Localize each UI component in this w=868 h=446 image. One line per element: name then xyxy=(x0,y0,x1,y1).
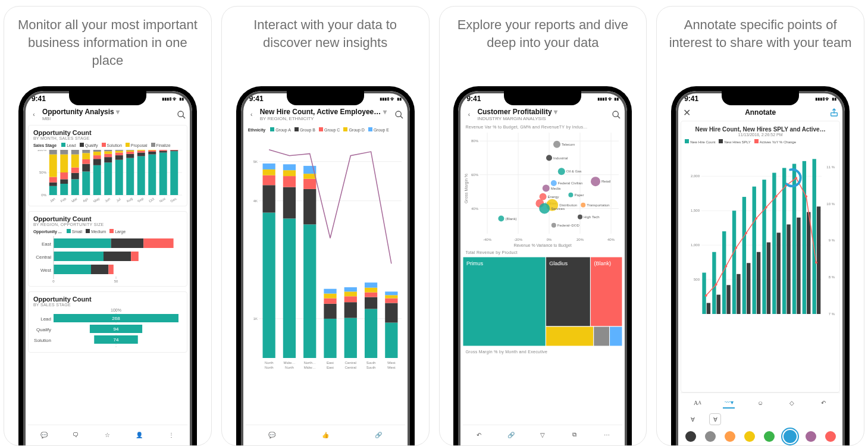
svg-rect-30 xyxy=(82,150,90,153)
svg-text:Oct: Oct xyxy=(148,197,155,202)
tile-subtitle: BY SALES STAGE xyxy=(33,303,182,307)
text-tool-icon[interactable]: AA xyxy=(692,397,704,409)
svg-rect-217 xyxy=(546,257,591,326)
link-icon[interactable]: 🔗 xyxy=(505,429,517,441)
more-icon[interactable]: ⋯ xyxy=(601,429,613,441)
svg-point-263 xyxy=(715,284,717,286)
close-icon[interactable]: ✕ xyxy=(682,108,691,117)
more-icon[interactable]: ⋮ xyxy=(165,429,177,441)
svg-text:Primus: Primus xyxy=(466,260,484,266)
back-icon[interactable]: ‹ xyxy=(464,110,474,120)
report-subtitle: BY REGION, ETHNICITY xyxy=(260,116,391,121)
chart-hire-by-region[interactable]: 1K4K5KNorthNorthMidw…NorthNorth…Midw…Eas… xyxy=(246,134,405,372)
search-icon[interactable] xyxy=(612,110,621,120)
share-icon[interactable] xyxy=(829,108,839,117)
color-swatch[interactable] xyxy=(725,431,735,442)
color-swatch[interactable] xyxy=(744,431,755,442)
comment-icon[interactable]: 💬 xyxy=(266,429,278,441)
promo-card-2: Interact with your data to discover new … xyxy=(221,6,430,446)
svg-text:Solution: Solution xyxy=(34,338,51,343)
svg-point-205 xyxy=(540,203,550,214)
svg-text:(Blank): (Blank) xyxy=(506,217,517,221)
color-swatch[interactable] xyxy=(806,431,816,442)
svg-text:4K: 4K xyxy=(253,199,257,203)
svg-text:20%: 20% xyxy=(576,238,584,241)
svg-rect-12 xyxy=(49,150,57,155)
color-swatch[interactable] xyxy=(825,431,836,442)
svg-rect-50 xyxy=(126,158,134,195)
svg-text:Energy: Energy xyxy=(548,195,559,199)
svg-rect-87 xyxy=(131,252,139,261)
svg-rect-40 xyxy=(104,154,112,157)
comment-icon[interactable]: 💬 xyxy=(38,429,50,441)
svg-rect-158 xyxy=(385,323,397,358)
color-swatch[interactable] xyxy=(784,430,797,443)
chart-treemap[interactable]: PrimusGladius(Blank) xyxy=(463,257,622,346)
svg-rect-252 xyxy=(772,173,776,314)
share-person-icon[interactable]: 👤 xyxy=(133,429,145,441)
promo-card-3: Explore your reports and dive deep into … xyxy=(439,6,647,446)
color-swatch[interactable] xyxy=(764,431,775,442)
link-icon[interactable]: 🔗 xyxy=(372,429,384,441)
filter-icon[interactable]: ▽ xyxy=(537,429,549,441)
svg-text:100%: 100% xyxy=(37,150,47,152)
eraser-tool-icon[interactable]: ◇ xyxy=(786,397,798,409)
svg-rect-70 xyxy=(159,150,167,151)
headline-2: Interact with your data to discover new … xyxy=(229,16,422,76)
phone-3: 9:41 ▮▮▮▯ ᯤ ▮▮ ‹ Customer Profitability … xyxy=(453,86,632,445)
chart-c[interactable]: 100%Lead268Qualify94Solution74 xyxy=(33,307,182,348)
legend-item: Group A xyxy=(270,127,291,132)
chart-scatter[interactable]: 80%60%40%-40%-20%0%20%40%Revenue % Varia… xyxy=(463,129,622,248)
report-title[interactable]: New Hire Count, Active Employee… xyxy=(260,108,381,116)
color-swatch[interactable] xyxy=(705,431,716,442)
chart-annotate[interactable]: 2,0001,5001,00050011 %10 %9 %8 %7 % xyxy=(685,146,836,319)
svg-text:High Tech: High Tech xyxy=(584,215,600,219)
back-icon[interactable]: ‹ xyxy=(29,110,39,120)
svg-text:1,000: 1,000 xyxy=(691,243,700,247)
emoji-tool-icon[interactable]: ☺ xyxy=(754,397,766,409)
insights-icon[interactable]: 👍 xyxy=(319,429,331,441)
report-subtitle: MBI xyxy=(42,116,173,121)
svg-rect-76 xyxy=(170,150,178,150)
chart-b[interactable]: EastCentralWest050 xyxy=(33,236,182,282)
tile-opportunity-by-stage[interactable]: Opportunity Count BY SALES STAGE 100%Lea… xyxy=(28,291,187,353)
search-icon[interactable] xyxy=(394,110,404,120)
svg-text:9 %: 9 % xyxy=(829,238,835,242)
legend-4: New Hire CountNew Hires SPLYActives YoY … xyxy=(685,139,836,144)
svg-text:Lead: Lead xyxy=(40,316,51,322)
svg-text:Revenue % Variance to Budget: Revenue % Variance to Budget xyxy=(514,243,572,248)
favorite-icon[interactable]: ☆ xyxy=(102,429,114,441)
legend-item: Medium xyxy=(86,229,106,234)
undo-icon[interactable]: ↶ xyxy=(473,429,485,441)
svg-line-166 xyxy=(618,116,620,118)
svg-rect-215 xyxy=(463,257,546,346)
legend-b: Opportunity ...SmallMediumLarge xyxy=(33,229,182,234)
svg-rect-118 xyxy=(262,175,275,186)
svg-rect-222 xyxy=(594,326,610,346)
report-title[interactable]: Opportunity Analysis xyxy=(42,108,114,116)
report-title[interactable]: Customer Profitability xyxy=(477,108,551,116)
color-swatch[interactable] xyxy=(685,431,696,442)
search-icon[interactable] xyxy=(177,110,186,120)
chat-icon[interactable]: 🗨 xyxy=(70,429,82,441)
svg-rect-239 xyxy=(707,303,710,314)
svg-rect-258 xyxy=(803,161,806,314)
svg-text:2,000: 2,000 xyxy=(691,174,700,178)
svg-rect-91 xyxy=(108,265,113,274)
stamp1-icon[interactable]: ∀ xyxy=(687,413,698,425)
pen-tool-icon[interactable]: 〰︎▾ xyxy=(723,397,735,409)
svg-rect-141 xyxy=(324,289,336,294)
svg-rect-119 xyxy=(262,169,275,175)
promo-card-4: Annotate specific points of interest to … xyxy=(656,6,864,446)
tile-opportunity-by-region[interactable]: Opportunity Count BY REGION, OPPORTUNITY… xyxy=(28,211,187,287)
svg-point-262 xyxy=(705,294,707,297)
svg-rect-54 xyxy=(126,150,134,150)
svg-rect-117 xyxy=(262,185,275,212)
stamp2-icon[interactable]: ∀ xyxy=(709,413,721,425)
svg-text:West: West xyxy=(387,361,396,365)
tile-opportunity-by-month[interactable]: Opportunity Count BY MONTH, SALES STAGE … xyxy=(28,125,187,206)
undo-tool-icon[interactable]: ↶ xyxy=(817,397,829,409)
back-icon[interactable]: ‹ xyxy=(247,110,256,120)
copy-icon[interactable]: ⧉ xyxy=(569,429,581,441)
chart-a[interactable]: 0%50%100%JanFebMarAprMayJunJulAugSepOctN… xyxy=(33,150,182,202)
